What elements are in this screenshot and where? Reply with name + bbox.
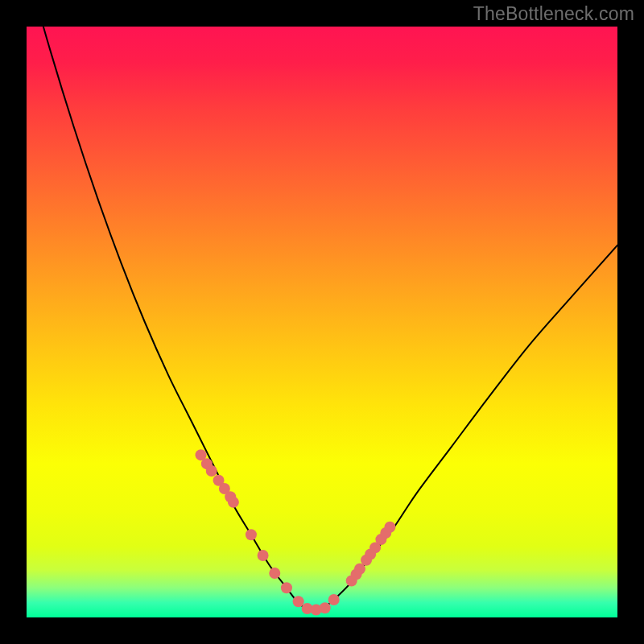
data-dot	[320, 602, 331, 613]
curve-svg	[27, 27, 617, 617]
watermark-text: TheBottleneck.com	[473, 3, 634, 25]
data-dot	[384, 522, 395, 533]
data-dot	[206, 465, 217, 477]
data-dot	[328, 594, 340, 605]
plot-area	[27, 27, 617, 617]
data-dots	[196, 449, 396, 615]
data-dot	[258, 550, 269, 561]
data-dot	[269, 568, 280, 579]
data-dot	[281, 582, 292, 593]
bottleneck-curve	[27, 27, 617, 611]
data-dot	[293, 596, 304, 607]
chart-frame: TheBottleneck.com	[0, 0, 644, 644]
data-dot	[228, 497, 239, 508]
data-dot	[246, 529, 257, 540]
